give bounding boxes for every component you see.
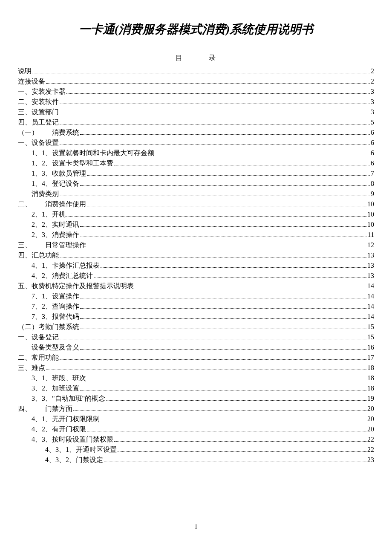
toc-entry[interactable]: 7、2、查询操作14 [18,301,374,312]
toc-leader-dots [104,462,366,462]
toc-entry[interactable]: 2、1、开机10 [18,209,374,220]
toc-entry-label: 4、1、无开门权限限制 [32,414,100,424]
toc-leader-dots [101,421,366,421]
toc-entry[interactable]: 2、3、消费操作11 [18,230,374,240]
toc-entry-label: 4、1、卡操作汇总报表 [32,260,100,271]
toc-entry-label: 4、2、消费汇总统计 [32,271,93,281]
toc-entry[interactable]: 一、设备登记15 [18,332,374,342]
toc-entry-label: 三、 日常管理操作 [18,240,86,250]
toc-leader-dots [80,318,366,319]
toc-entry-label: 二、常用功能 [18,353,59,363]
toc-leader-dots [114,441,366,442]
toc-leader-dots [94,278,366,278]
toc-entry[interactable]: 连接设备2 [18,76,374,87]
toc-leader-dots [80,298,366,298]
toc-entry-page: 7 [371,168,374,179]
toc-entry-label: 7、3、报警代码 [32,312,79,322]
toc-entry-label: 连接设备 [18,76,45,87]
toc-entry-label: 1、4、登记设备 [32,179,79,189]
toc-entry[interactable]: 2、2、实时通讯10 [18,220,374,230]
toc-entry-label: 2、1、开机 [32,209,66,220]
toc-entry-label: （二）考勤门禁系统 [18,322,79,332]
toc-entry-page: 6 [371,127,374,138]
toc-leader-dots [60,257,366,257]
toc-entry[interactable]: 三、设置部门3 [18,107,374,117]
toc-leader-dots [106,400,366,401]
toc-entry-page: 17 [367,353,374,363]
toc-heading: 目录 [43,54,374,63]
toc-leader-dots [114,165,370,165]
toc-entry[interactable]: 设备类型及含义16 [18,342,374,353]
toc-entry-label: 四、 门禁方面 [18,404,72,414]
toc-entry-page: 3 [371,107,374,117]
toc-entry-label: 一、设备设置 [18,138,59,148]
toc-entry[interactable]: 三、难点18 [18,363,374,373]
toc-entry[interactable]: 7、3、报警代码14 [18,312,374,322]
toc-entry[interactable]: 一、安装发卡器3 [18,87,374,97]
toc-entry-label: 说明 [18,66,32,76]
toc-entry-page: 19 [367,393,374,404]
toc-entry[interactable]: 二、 消费操作使用10 [18,199,374,209]
toc-entry[interactable]: 二、安装软件3 [18,97,374,107]
toc-entry-label: 7、1、设置操作 [32,291,79,301]
toc-entry[interactable]: 四、员工登记5 [18,117,374,127]
toc-entry[interactable]: （二）考勤门禁系统15 [18,322,374,332]
toc-leader-dots [80,226,366,227]
toc-entry[interactable]: 4、1、卡操作汇总报表13 [18,260,374,271]
toc-entry[interactable]: 4、1、无开门权限限制20 [18,414,374,424]
toc-entry[interactable]: 1、3、收款员管理7 [18,168,374,179]
toc-leader-dots [60,104,370,104]
toc-entry[interactable]: 3、1、班段、班次18 [18,373,374,383]
toc-entry-label: 3、1、班段、班次 [32,373,86,383]
toc-entry[interactable]: 3、3、"自动加班"的概念19 [18,393,374,404]
toc-entry[interactable]: 四、汇总功能13 [18,250,374,260]
toc-entry[interactable]: 1、4、登记设备8 [18,179,374,189]
toc-entry[interactable]: 4、2、消费汇总统计13 [18,271,374,281]
toc-entry-label: 三、设置部门 [18,107,59,117]
toc-entry-page: 20 [367,414,374,424]
toc-entry[interactable]: 3、2、加班设置18 [18,383,374,393]
toc-entry[interactable]: 消费类别9 [18,189,374,199]
toc-entry[interactable]: 4、3、1、开通时区设置22 [18,445,374,455]
toc-entry[interactable]: 一、设备设置6 [18,138,374,148]
toc-entry-label: 一、设备登记 [18,332,59,342]
toc-entry-page: 15 [367,332,374,342]
toc-entry-page: 15 [367,322,374,332]
toc-entry-page: 18 [367,373,374,383]
toc-entry[interactable]: 1、2、设置卡类型和工本费6 [18,158,374,168]
toc-leader-dots [73,410,366,411]
toc-leader-dots [60,359,366,360]
toc-entry[interactable]: 7、1、设置操作14 [18,291,374,301]
document-title: 一卡通(消费服务器模式消费)系统使用说明书 [18,21,374,38]
toc-entry-page: 13 [367,271,374,281]
toc-entry[interactable]: 1、1、设置就餐时间和卡内最大可存金额6 [18,148,374,158]
toc-entry[interactable]: 4、3、2、门禁设定23 [18,455,374,465]
toc-entry[interactable]: 4、2、有开门权限20 [18,424,374,434]
toc-entry-label: 设备类型及含义 [32,342,79,353]
toc-leader-dots [60,124,370,124]
toc-entry-label: 二、安装软件 [18,97,59,107]
toc-entry-page: 14 [367,281,374,291]
toc-entry-page: 16 [367,342,374,353]
toc-entry-page: 10 [367,199,374,209]
toc-entry[interactable]: （一） 消费系统6 [18,127,374,138]
toc-entry[interactable]: 四、 门禁方面20 [18,404,374,414]
toc-leader-dots [46,370,366,370]
toc-entry-label: 3、3、"自动加班"的概念 [32,393,105,404]
toc-entry-label: 4、3、1、开通时区设置 [45,445,117,455]
toc-entry[interactable]: 三、 日常管理操作12 [18,240,374,250]
toc-entry[interactable]: 五、收费机特定操作及报警提示说明表14 [18,281,374,291]
toc-entry-page: 11 [368,230,374,240]
toc-entry-label: 3、2、加班设置 [32,383,79,393]
toc-leader-dots [60,114,370,114]
toc-entry[interactable]: 说明2 [18,66,374,76]
toc-leader-dots [66,93,370,94]
toc-entry-page: 14 [367,312,374,322]
toc-entry-page: 13 [367,250,374,260]
toc-entry[interactable]: 4、3、按时段设置门禁权限22 [18,434,374,445]
toc-leader-dots [87,431,366,431]
toc-entry[interactable]: 二、常用功能17 [18,353,374,363]
toc-entry-page: 5 [371,117,374,127]
toc-entry-label: （一） 消费系统 [18,127,79,138]
toc-leader-dots [60,196,370,196]
